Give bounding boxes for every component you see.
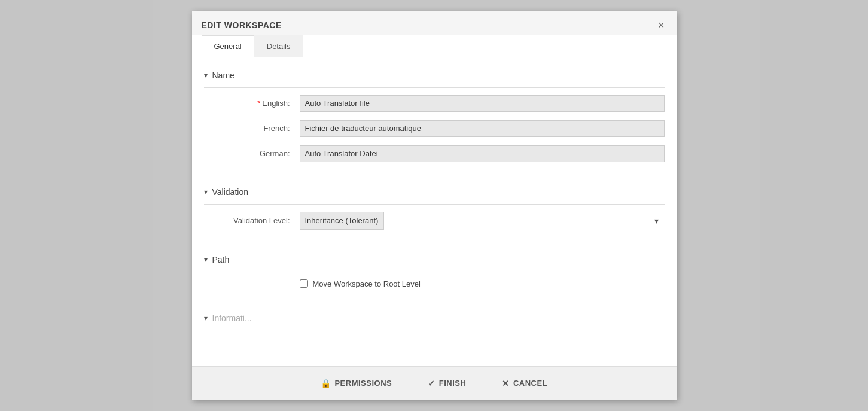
name-section-title: Name [212, 71, 234, 80]
cancel-label: CANCEL [513, 379, 547, 388]
dialog-title: EDIT WORKSPACE [202, 20, 282, 30]
edit-workspace-dialog: EDIT WORKSPACE × General Details ▾ Name [192, 11, 677, 400]
name-section-header[interactable]: ▾ Name [204, 63, 665, 85]
validation-level-select-wrapper: Inheritance (Tolerant) Strict Tolerant N… [300, 212, 665, 230]
content-area: ▾ Name *English: French: [192, 57, 677, 358]
english-row: *English: [204, 95, 665, 112]
name-chevron-icon: ▾ [204, 71, 208, 80]
validation-section-title: Validation [212, 187, 248, 197]
dialog-body: ▾ Name *English: French: [192, 57, 677, 366]
english-input[interactable] [300, 95, 665, 112]
name-section: ▾ Name *English: French: [204, 63, 665, 162]
german-row: German: [204, 145, 665, 162]
path-section-title: Path [212, 255, 230, 264]
path-chevron-icon: ▾ [204, 255, 208, 264]
cancel-icon: ✕ [502, 379, 510, 388]
validation-level-label: Validation Level: [222, 216, 300, 225]
information-chevron-icon: ▾ [204, 314, 208, 322]
footer: 🔒 PERMISSIONS ✓ FINISH ✕ CANCEL [192, 366, 677, 400]
path-section-header[interactable]: ▾ Path [204, 248, 665, 269]
move-to-root-label[interactable]: Move Workspace to Root Level [313, 279, 421, 288]
finish-button[interactable]: ✓ FINISH [422, 375, 472, 392]
path-section: ▾ Path Move Workspace to Root Level [204, 248, 665, 288]
path-divider [204, 272, 665, 272]
german-label: German: [222, 149, 300, 158]
validation-section: ▾ Validation Validation Level: Inheritan… [204, 180, 665, 230]
move-to-root-checkbox[interactable] [300, 279, 308, 288]
validation-divider [204, 204, 665, 205]
permissions-label: PERMISSIONS [334, 379, 392, 388]
validation-section-header[interactable]: ▾ Validation [204, 180, 665, 202]
french-row: French: [204, 120, 665, 137]
move-to-root-row: Move Workspace to Root Level [204, 279, 665, 288]
information-section-title: Informati... [212, 313, 252, 323]
information-section: ▾ Informati... [204, 306, 665, 328]
english-label: *English: [222, 99, 300, 108]
required-star: * [257, 99, 260, 108]
french-label: French: [222, 124, 300, 133]
close-button[interactable]: × [656, 20, 667, 31]
tabs-bar: General Details [192, 35, 677, 57]
tab-general[interactable]: General [202, 35, 254, 57]
information-section-header[interactable]: ▾ Informati... [204, 306, 665, 328]
french-input[interactable] [300, 120, 665, 137]
german-input[interactable] [300, 145, 665, 162]
dialog-overlay: EDIT WORKSPACE × General Details ▾ Name [0, 0, 868, 411]
title-bar: EDIT WORKSPACE × [192, 11, 677, 35]
finish-label: FINISH [439, 379, 467, 388]
name-divider [204, 87, 665, 88]
finish-icon: ✓ [428, 379, 435, 388]
validation-level-row: Validation Level: Inheritance (Tolerant)… [204, 212, 665, 230]
validation-level-select[interactable]: Inheritance (Tolerant) Strict Tolerant N… [300, 212, 384, 230]
validation-chevron-icon: ▾ [204, 188, 208, 196]
permissions-icon: 🔒 [321, 379, 331, 388]
cancel-button[interactable]: ✕ CANCEL [496, 375, 553, 392]
tab-details[interactable]: Details [254, 35, 303, 57]
permissions-button[interactable]: 🔒 PERMISSIONS [315, 375, 398, 392]
